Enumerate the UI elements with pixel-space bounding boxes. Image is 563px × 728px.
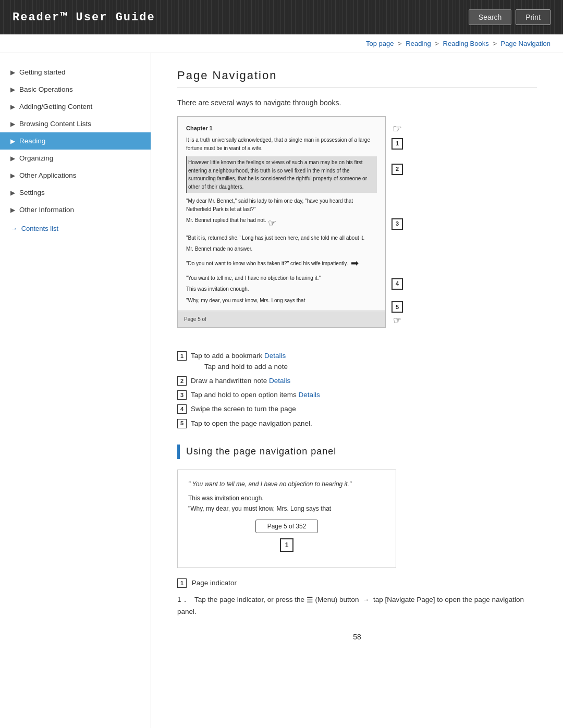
num-badge-1: 1 (177, 351, 187, 361)
contents-list-link[interactable]: Contents list (21, 225, 59, 232)
step-text-mid: (Menu) button (315, 596, 359, 603)
step-item-1: 1． Tap the page indicator, or press the … (177, 594, 537, 617)
badge-3-group: 3 (391, 218, 403, 230)
sidebar-item-getting-started[interactable]: ▶ Getting started (0, 64, 151, 81)
sidebar-item-settings[interactable]: ▶ Settings (0, 184, 151, 201)
book-quote-7: This was invitation enough. (186, 285, 377, 293)
badge-5-group: 5 ☞ (391, 301, 403, 328)
blue-bar-icon (177, 445, 180, 459)
step-text-pre: Tap the page indicator, or press the (194, 596, 304, 603)
page-footer: 58 (177, 633, 537, 641)
hand-icon-3: ☞ (268, 216, 276, 231)
intro-text: There are several ways to navigate throu… (177, 98, 537, 107)
book-text-1: It is a truth universally acknowledged, … (186, 137, 370, 151)
book-para-2-highlight: However little known the feelings or vie… (186, 156, 377, 193)
details-link-1[interactable]: Details (264, 352, 286, 360)
sidebar-item-label-settings: Settings (19, 189, 45, 196)
desc-item-2: 2 Draw a handwritten note Details (177, 376, 537, 386)
step-arrow-icon: → (363, 595, 369, 605)
badge-2-group: 2 (391, 164, 403, 175)
breadcrumb: Top page > Reading > Reading Books > Pag… (0, 34, 563, 53)
breadcrumb-sep-2: > (435, 40, 439, 47)
sidebar-item-other-info[interactable]: ▶ Other Information (0, 201, 151, 218)
book-quote-8: "Why, my dear, you must know, Mrs. Long … (186, 297, 377, 305)
book-quote-6: "You want to tell me, and I have no obje… (186, 274, 377, 282)
page-indicator-text: Page 5 of (184, 315, 206, 324)
desc-item-1: 1 Tap to add a bookmark Details Tap and … (177, 351, 537, 372)
nav-panel-illustration: " You want to tell me, and I have no obj… (177, 470, 396, 568)
badge-2: 2 (391, 164, 403, 175)
sidebar-item-reading[interactable]: ▶ Reading (0, 132, 151, 150)
book-chapter-title: Chapter 1 (186, 124, 377, 133)
sidebar-item-label-adding-content: Adding/Getting Content (19, 103, 92, 110)
desc-text-2: Draw a handwritten note Details (191, 376, 290, 386)
sidebar-item-adding-content[interactable]: ▶ Adding/Getting Content (0, 98, 151, 115)
num-badge-5: 5 (177, 419, 187, 428)
book-text-2: However little known the feelings or vie… (188, 159, 367, 190)
arrow-icon-getting-started: ▶ (10, 69, 15, 76)
sidebar-item-organizing[interactable]: ▶ Organizing (0, 150, 151, 167)
layout: ▶ Getting started ▶ Basic Operations ▶ A… (0, 53, 563, 728)
contents-list-link-wrapper: → Contents list (0, 218, 151, 237)
swipe-arrow-icon: ➡ (351, 256, 359, 271)
page-indicator-strip: Page 5 of (178, 311, 385, 327)
book-quote-2: Mr. Bennet replied that he had not. (186, 216, 266, 225)
breadcrumb-reading-link[interactable]: Reading (406, 40, 431, 47)
sidebar-item-label-other-info: Other Information (19, 206, 74, 214)
num-badge-2: 2 (177, 376, 187, 386)
nav-panel-text1: This was invitation enough. (188, 495, 385, 502)
sidebar-item-label-browsing: Browsing Content Lists (19, 120, 91, 128)
header: Reader™ User Guide Search Print (0, 0, 563, 34)
badge-5: 5 (391, 301, 403, 313)
sidebar-item-browsing[interactable]: ▶ Browsing Content Lists (0, 115, 151, 132)
badge-1-group: ☞ 1 (391, 121, 403, 150)
breadcrumb-page-navigation-link[interactable]: Page Navigation (501, 40, 550, 47)
badge-3: 3 (391, 218, 403, 230)
book-swipe-row: "Do you not want to know who has taken i… (186, 256, 377, 271)
section-2-title: Using the page navigation panel (186, 446, 336, 457)
book-illustration: ☞ 1 Chapter 1 It is a truth universally … (177, 116, 386, 339)
main-content: Page Navigation There are several ways t… (151, 53, 563, 728)
description-list: 1 Tap to add a bookmark Details Tap and … (177, 351, 537, 429)
arrow-icon-basic-operations: ▶ (10, 86, 15, 93)
nav-panel-indicator: Page 5 of 352 (255, 520, 319, 533)
arrow-icon-adding-content: ▶ (10, 103, 15, 110)
sidebar-item-label-organizing: Organizing (19, 154, 53, 162)
search-button[interactable]: Search (469, 9, 511, 25)
desc-item-5: 5 Tap to open the page navigation panel. (177, 418, 537, 429)
book-quote-4: Mr. Bennet made no answer. (186, 245, 377, 253)
book-quote-3: "But it is, returned she." Long has just… (186, 234, 377, 242)
arrow-icon-browsing: ▶ (10, 120, 15, 128)
desc-text-3: Tap and hold to open option items Detail… (191, 390, 320, 400)
desc-text-5: Tap to open the page navigation panel. (191, 418, 312, 429)
nav-panel-quote: " You want to tell me, and I have no obj… (188, 479, 385, 489)
num-badge-4: 4 (177, 404, 187, 414)
arrow-icon-other-apps: ▶ (10, 172, 15, 179)
arrow-right-icon: → (10, 225, 17, 232)
breadcrumb-reading-books-link[interactable]: Reading Books (443, 40, 489, 47)
menu-icon: ☰ (307, 594, 313, 606)
arrow-icon-reading: ▶ (10, 138, 15, 145)
arrow-icon-organizing: ▶ (10, 155, 15, 162)
book-reply-row: Mr. Bennet replied that he had not. ☞ (186, 216, 377, 231)
desc-item-4: 4 Swipe the screen to turn the page (177, 404, 537, 414)
section-2-heading: Using the page navigation panel (177, 445, 537, 459)
page-indicator-num-badge: 1 (177, 578, 187, 588)
sidebar-item-label-other-apps: Other Applications (19, 171, 77, 179)
breadcrumb-top-link[interactable]: Top page (366, 40, 394, 47)
details-link-3[interactable]: Details (298, 391, 320, 399)
hand-icon-5: ☞ (393, 314, 401, 328)
page-indicator-label: Page indicator (192, 579, 237, 587)
desc-item-3: 3 Tap and hold to open option items Deta… (177, 390, 537, 400)
print-button[interactable]: Print (516, 9, 550, 25)
arrow-icon-settings: ▶ (10, 189, 15, 196)
book-quote-1: "My dear Mr. Bennet," said his lady to h… (186, 197, 377, 213)
details-link-2[interactable]: Details (269, 377, 290, 385)
sidebar-item-other-apps[interactable]: ▶ Other Applications (0, 167, 151, 184)
page-indicator-label-row: 1 Page indicator (177, 578, 537, 588)
sidebar-item-basic-operations[interactable]: ▶ Basic Operations (0, 81, 151, 98)
sidebar-item-label-basic-operations: Basic Operations (19, 85, 73, 93)
nav-panel-text2: "Why, my dear, you must know, Mrs. Long … (188, 505, 385, 512)
book-sim: ☞ 1 Chapter 1 It is a truth universally … (177, 116, 386, 328)
book-quote-5: "Do you not want to know who has taken i… (186, 260, 348, 268)
